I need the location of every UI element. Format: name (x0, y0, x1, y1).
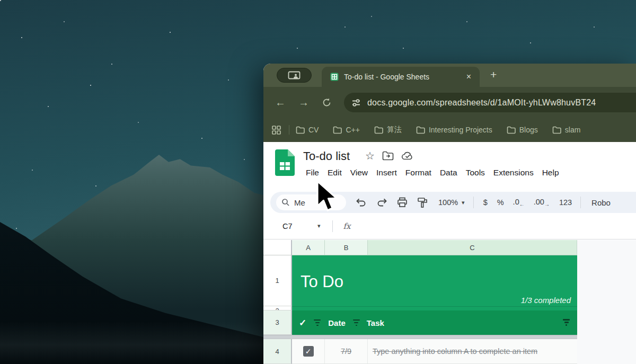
bookmark-folder-blogs[interactable]: Blogs (507, 126, 538, 134)
folder-icon (333, 126, 342, 134)
reload-icon[interactable] (322, 97, 332, 108)
decrease-decimal-button[interactable]: .0 ← (513, 198, 525, 207)
column-header-b[interactable]: B (325, 240, 368, 255)
fx-icon: fx (343, 221, 351, 231)
frozen-row-divider[interactable] (263, 335, 577, 339)
new-tab-button[interactable]: + (487, 68, 500, 81)
row-number: 4 (275, 348, 279, 356)
mist (0, 322, 265, 364)
date-column-header: Date (328, 318, 346, 327)
bookmark-folder-interesting-projects[interactable]: Interesting Projects (416, 126, 492, 134)
zoom-control[interactable]: 100% ▾ (438, 198, 465, 207)
menu-edit[interactable]: Edit (323, 166, 346, 179)
completion-status: 1/3 completed (521, 296, 571, 305)
google-sheets-favicon (330, 73, 339, 81)
row-header-4[interactable]: 4 (263, 339, 292, 364)
filter-icon[interactable] (353, 319, 360, 326)
tab-strip: To-do list - Google Sheets × + (263, 64, 636, 87)
left-arrow-icon: ← (519, 201, 525, 207)
paint-format-button[interactable] (417, 197, 428, 208)
zoom-value: 100% (438, 198, 458, 207)
bookmark-label: Interesting Projects (429, 126, 492, 134)
cloud-saved-icon[interactable] (401, 151, 414, 161)
desktop-screen: To-do list - Google Sheets × + ← → docs.… (0, 0, 636, 364)
bookmark-folder-cv[interactable]: CV (296, 126, 319, 134)
format-currency-button[interactable]: $ (483, 198, 488, 207)
menu-format[interactable]: Format (401, 166, 436, 179)
address-bar[interactable]: docs.google.com/spreadsheets/d/1aMOIt-yh… (344, 93, 636, 112)
name-box-caret-icon[interactable]: ▾ (317, 223, 321, 229)
increase-decimal-label: .00 (534, 198, 544, 206)
task-date: 7/9 (341, 347, 351, 356)
screen-share-button[interactable] (277, 68, 312, 83)
back-icon[interactable]: ← (275, 97, 286, 108)
task-text: Type anything into column A to complete … (373, 347, 537, 356)
column-header-c[interactable]: C (368, 240, 577, 255)
more-formats-button[interactable]: 123 (559, 198, 572, 207)
bookmark-label: Blogs (519, 126, 538, 134)
bookmark-label: 算法 (387, 125, 402, 135)
row-header-1[interactable]: 1 (263, 255, 292, 306)
font-selector[interactable]: Robo (591, 198, 611, 207)
cell-name-box[interactable]: C7 (282, 222, 317, 230)
filter-icon[interactable] (314, 319, 321, 326)
bookmark-label: C++ (346, 126, 359, 134)
menu-tools[interactable]: Tools (462, 166, 489, 179)
menu-data[interactable]: Data (436, 166, 462, 179)
menu-extensions[interactable]: Extensions (489, 166, 538, 179)
star-icon[interactable]: ☆ (365, 150, 375, 161)
forward-icon[interactable]: → (298, 97, 309, 108)
site-settings-icon[interactable] (351, 97, 361, 108)
check-column-header: ✓ (299, 317, 306, 329)
column-header-a[interactable]: A (292, 240, 325, 255)
google-sheets-logo[interactable] (275, 149, 295, 176)
todo-banner-cell[interactable]: To Do 1/3 completed (292, 255, 577, 310)
row-header-3[interactable]: 3 (263, 310, 292, 335)
row-gridline (292, 306, 577, 307)
row-number: 3 (275, 318, 279, 326)
select-all-corner[interactable] (263, 240, 292, 255)
bookmark-folder-suanfa[interactable]: 算法 (374, 125, 402, 135)
tab-close-icon[interactable]: × (464, 72, 473, 82)
search-icon (281, 198, 290, 207)
task-checkbox-cell[interactable]: ✓ (292, 339, 325, 363)
table-header-row: ✓ Date Task (292, 310, 577, 335)
folder-icon (296, 126, 305, 134)
stars (0, 0, 1, 1)
bookmark-folder-cpp[interactable]: C++ (333, 126, 359, 134)
bookmark-folder-slam[interactable]: slam (552, 126, 581, 134)
task-row: ✓ 7/9 Type anything into column A to com… (292, 339, 577, 364)
checked-checkbox[interactable]: ✓ (303, 346, 314, 357)
search-value: Me (294, 198, 305, 207)
menu-bar: File Edit View Insert Format Data Tools … (302, 166, 563, 179)
menu-insert[interactable]: Insert (372, 166, 401, 179)
row-header-2[interactable]: 2 (263, 306, 292, 310)
menu-help[interactable]: Help (538, 166, 563, 179)
toolbar-divider (473, 197, 474, 208)
apps-grid-icon[interactable] (271, 125, 281, 135)
menu-view[interactable]: View (346, 166, 372, 179)
address-bar-row: ← → docs.google.com/spreadsheets/d/1aMOI… (263, 87, 636, 118)
menu-file[interactable]: File (302, 166, 323, 179)
banner-title: To Do (301, 272, 343, 291)
formula-bar-row: C7 ▾ fx (263, 213, 636, 239)
mouse-cursor (316, 180, 340, 215)
bookmark-label: CV (308, 126, 319, 134)
move-to-folder-icon[interactable] (382, 151, 394, 161)
task-text-cell[interactable]: Type anything into column A to complete … (368, 339, 577, 363)
folder-icon (552, 126, 561, 134)
folder-icon (507, 126, 516, 134)
formula-divider (332, 220, 333, 232)
url-text: docs.google.com/spreadsheets/d/1aMOIt-yh… (367, 98, 596, 108)
increase-decimal-button[interactable]: .00 → (534, 198, 550, 207)
filter-icon[interactable] (563, 319, 570, 326)
format-percent-button[interactable]: % (497, 198, 504, 207)
redo-button[interactable] (376, 198, 387, 207)
tab-todo-list[interactable]: To-do list - Google Sheets × (322, 67, 480, 87)
document-title[interactable]: To-do list (303, 149, 350, 163)
right-arrow-icon: → (544, 201, 550, 207)
row-number: 1 (275, 277, 279, 285)
task-date-cell[interactable]: 7/9 (325, 339, 368, 363)
undo-button[interactable] (356, 198, 367, 207)
print-button[interactable] (397, 197, 408, 208)
